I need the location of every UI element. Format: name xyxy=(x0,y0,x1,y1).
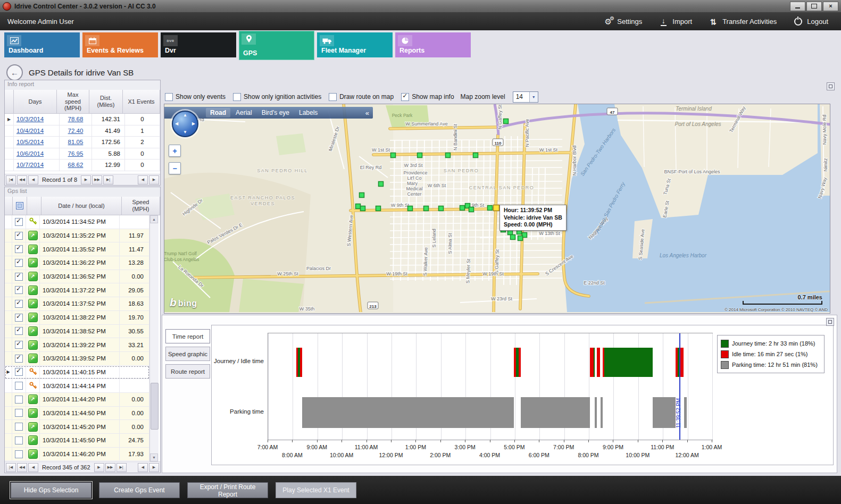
tab-dvr[interactable]: DVRDvr xyxy=(161,32,236,57)
row-checkbox[interactable] xyxy=(15,382,23,390)
gps-row[interactable]: ↗10/3/2014 11:39:52 PM0.00 xyxy=(5,352,149,366)
column-header-max[interactable]: Max speed (MPH) xyxy=(57,90,89,114)
scrollbar-thumb[interactable] xyxy=(151,383,159,430)
gps-row[interactable]: ↗10/3/2014 11:44:20 PM0.00 xyxy=(5,393,149,407)
option-show-map-info[interactable]: Show map info xyxy=(401,93,454,101)
date-link[interactable]: 10/7/2014 xyxy=(16,162,44,168)
info-nav-left-1[interactable]: ◀◀ xyxy=(17,175,27,184)
pan-west-icon[interactable]: ◀ xyxy=(175,122,178,126)
gps-row[interactable]: ↗10/3/2014 11:37:22 PM29.05 xyxy=(5,283,149,297)
tab-dashboard[interactable]: Dashboard xyxy=(4,32,80,57)
row-checkbox[interactable] xyxy=(15,327,23,335)
gps-nav-left-1[interactable]: ◀◀ xyxy=(17,463,27,472)
info-hscroll-right[interactable]: ▶ xyxy=(149,175,159,184)
gps-list-scrollbar[interactable]: ▲ ▼ xyxy=(149,215,159,461)
table-row[interactable]: 10/6/201476.955.880 xyxy=(5,148,160,160)
checkbox[interactable] xyxy=(329,93,337,101)
zoom-out-button[interactable]: − xyxy=(169,162,181,174)
gps-row[interactable]: ↗10/3/2014 11:45:50 PM24.75 xyxy=(5,434,149,448)
tab-reports[interactable]: Reports xyxy=(395,32,471,57)
gps-row[interactable]: ↗10/3/2014 11:39:22 PM33.21 xyxy=(5,338,149,352)
map-style-labels[interactable]: Labels xyxy=(295,108,322,117)
gps-row[interactable]: ↗10/3/2014 11:46:20 PM17.93 xyxy=(5,448,149,461)
date-link[interactable]: 10/6/2014 xyxy=(16,150,44,157)
map-panel-collapse-button[interactable] xyxy=(827,82,835,90)
menu-logout[interactable]: Logout xyxy=(793,17,828,27)
chart-panel-collapse-button[interactable] xyxy=(826,318,834,326)
gps-marker[interactable] xyxy=(379,182,384,187)
row-checkbox[interactable] xyxy=(15,232,23,240)
close-button[interactable]: × xyxy=(823,2,838,11)
gps-row[interactable]: 10/3/2014 11:44:14 PM xyxy=(5,379,149,393)
tab-time-report[interactable]: Time report xyxy=(165,329,210,343)
menu-settings[interactable]: ⚙⚙Settings xyxy=(603,17,642,27)
column-header-dist[interactable]: Dist. (Miles) xyxy=(89,90,123,114)
option-show-only-ignition-activities[interactable]: Show only ignition activities xyxy=(233,93,321,101)
bing-map[interactable]: 11047213 Peck ParkCrest RdW Summerland A… xyxy=(164,104,830,312)
row-checkbox[interactable] xyxy=(15,355,23,363)
gps-marker[interactable] xyxy=(460,206,465,211)
gps-row[interactable]: ↗10/3/2014 11:45:20 PM0.00 xyxy=(5,420,149,434)
gps-row[interactable]: ↗10/3/2014 11:36:22 PM13.28 xyxy=(5,256,149,270)
gps-marker[interactable] xyxy=(418,153,422,158)
speed-column-header[interactable]: Speed (MPH) xyxy=(122,197,160,215)
map-compass[interactable]: ▲ ▼ ◀ ▶ xyxy=(172,111,198,137)
pan-south-icon[interactable]: ▼ xyxy=(183,130,187,135)
table-row[interactable]: 10/7/201468.6212.990 xyxy=(5,159,160,171)
info-nav-left-0[interactable]: |◀ xyxy=(6,175,16,184)
row-checkbox[interactable] xyxy=(15,396,23,404)
gps-marker[interactable] xyxy=(473,153,478,158)
gps-marker[interactable] xyxy=(408,206,413,211)
row-checkbox[interactable] xyxy=(15,368,23,376)
checkbox[interactable] xyxy=(165,93,173,101)
tab-events-reviews[interactable]: Events & Reviews xyxy=(82,32,158,57)
select-all-header[interactable] xyxy=(13,197,27,215)
map-navbar-collapse[interactable]: « xyxy=(362,109,373,117)
back-button[interactable]: ← xyxy=(6,64,23,81)
hide-gps-selection-button[interactable]: Hide Gps Selection xyxy=(11,482,91,498)
gps-marker[interactable] xyxy=(511,235,515,240)
gps-row[interactable]: ↗10/3/2014 11:38:52 PM30.55 xyxy=(5,325,149,339)
map-style-road[interactable]: Road xyxy=(206,108,230,117)
table-row[interactable]: 10/4/201472.4041.491 xyxy=(5,125,160,137)
option-show-only-events[interactable]: Show only events xyxy=(165,93,226,101)
map-style-bird-s-eye[interactable]: Bird's eye xyxy=(257,108,294,117)
gps-nav-left-2[interactable]: ◀ xyxy=(28,463,38,472)
info-nav-right-2[interactable]: ▶| xyxy=(103,175,113,184)
pan-north-icon[interactable]: ▲ xyxy=(183,113,187,117)
row-checkbox[interactable] xyxy=(15,450,23,458)
gps-row[interactable]: ↗10/3/2014 11:36:52 PM0.00 xyxy=(5,270,149,284)
gps-hscroll-left[interactable]: ◀ xyxy=(138,463,148,472)
scroll-up-arrow[interactable]: ▲ xyxy=(150,215,158,223)
gps-marker[interactable] xyxy=(469,207,474,212)
max-speed-link[interactable]: 78.68 xyxy=(68,116,84,122)
checkbox[interactable] xyxy=(401,93,409,101)
row-checkbox[interactable] xyxy=(15,314,23,322)
gps-marker[interactable] xyxy=(518,236,523,241)
gps-nav-right-0[interactable]: ▶ xyxy=(94,463,104,472)
gps-marker[interactable] xyxy=(391,153,396,158)
date-link[interactable]: 10/4/2014 xyxy=(16,128,44,134)
create-gps-event-button[interactable]: Create Gps Event xyxy=(99,482,180,498)
tab-gps[interactable]: GPS xyxy=(239,31,314,60)
scroll-down-arrow[interactable]: ▼ xyxy=(150,453,158,461)
row-checkbox[interactable] xyxy=(15,245,23,253)
row-checkbox[interactable] xyxy=(15,423,23,431)
pan-east-icon[interactable]: ▶ xyxy=(192,122,195,126)
gps-row[interactable]: 10/3/2014 11:34:52 PM xyxy=(5,215,149,229)
max-speed-link[interactable]: 68.62 xyxy=(68,162,84,168)
gps-marker[interactable] xyxy=(439,206,444,211)
date-link[interactable]: 10/3/2014 xyxy=(16,116,44,122)
tab-speed-graphic[interactable]: Speed graphic xyxy=(165,347,210,361)
info-nav-right-1[interactable]: ▶▶ xyxy=(92,175,102,184)
gps-marker[interactable] xyxy=(356,204,361,209)
table-row[interactable]: 10/5/201481.05172.562 xyxy=(5,137,160,148)
max-speed-link[interactable]: 72.40 xyxy=(68,128,84,134)
selected-gps-marker[interactable] xyxy=(494,205,499,211)
gps-marker[interactable] xyxy=(360,193,364,198)
table-row[interactable]: ▶10/3/201478.68142.310 xyxy=(5,114,160,125)
info-nav-right-0[interactable]: ▶ xyxy=(81,175,91,184)
gps-marker[interactable] xyxy=(446,153,451,158)
tab-fleet-manager[interactable]: Fleet Manager xyxy=(317,32,393,57)
gps-marker[interactable] xyxy=(424,206,429,211)
